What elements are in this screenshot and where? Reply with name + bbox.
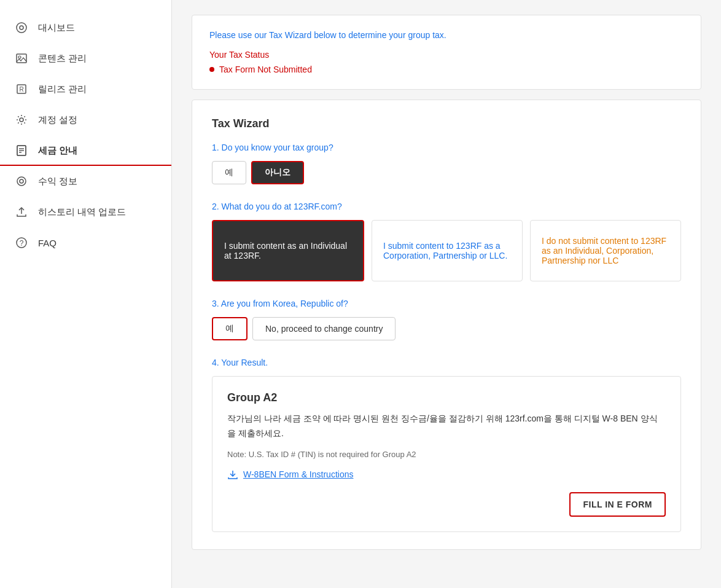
group-desc: 작가님의 나라 세금 조약 에 따라 명시된 원천 징수금/율을 절감하기 위해… [227, 412, 666, 441]
sidebar-label-tax: 세금 안내 [38, 145, 77, 157]
wizard-q4-label: 4. Your Result. [212, 358, 681, 367]
tax-status-card: Please use our Tax Wizard below to deter… [192, 15, 701, 90]
sidebar-item-revenue[interactable]: 수익 정보 [0, 166, 171, 197]
group-title: Group A2 [227, 391, 666, 404]
svg-point-1 [20, 26, 23, 29]
revenue-icon [15, 174, 28, 188]
result-box: Group A2 작가님의 나라 세금 조약 에 따라 명시된 원천 징수금/율… [212, 376, 681, 532]
fill-form-button[interactable]: FILL IN E FORM [569, 492, 666, 517]
gear-icon [15, 113, 28, 127]
your-tax-status-label: Your Tax Status [209, 50, 684, 60]
sidebar-label-content: 콘텐츠 관리 [38, 53, 87, 65]
sidebar-label-faq: FAQ [38, 238, 57, 248]
download-icon [227, 469, 238, 480]
tax-status-value: Tax Form Not Submitted [219, 65, 312, 74]
bullet-dot [209, 67, 214, 72]
q3-yes-button[interactable]: 예 [212, 317, 247, 340]
sidebar-label-revenue: 수익 정보 [38, 176, 77, 187]
note-text: Note: U.S. Tax ID # (TIN) is not require… [227, 450, 666, 459]
sidebar-item-faq[interactable]: ? FAQ [0, 227, 171, 258]
sidebar: 대시보드 콘텐츠 관리 R 릴리즈 관리 계정 설정 [0, 0, 172, 588]
svg-point-11 [17, 177, 26, 186]
svg-text:R: R [19, 86, 23, 93]
wizard-q2-options: I submit content as an Individual at 123… [212, 220, 681, 281]
faq-icon: ? [15, 236, 28, 249]
sidebar-label-history: 히스토리 내역 업로드 [38, 206, 126, 218]
main-content: Please use our Tax Wizard below to deter… [172, 0, 721, 588]
svg-point-12 [20, 179, 23, 183]
wizard-q1-options: 예 아니오 [212, 161, 681, 184]
wizard-q3-options: 예 No, proceed to change country [212, 317, 681, 340]
release-icon: R [15, 82, 28, 96]
q2-neither-label: I do not submit content to 123RF as an I… [542, 236, 669, 265]
svg-rect-2 [17, 54, 26, 63]
svg-point-6 [20, 118, 23, 122]
content-icon [15, 52, 28, 65]
svg-point-0 [17, 23, 26, 33]
tax-icon [15, 144, 28, 157]
q2-individual-card[interactable]: I submit content as an Individual at 123… [212, 220, 364, 281]
q1-yes-button[interactable]: 예 [212, 161, 246, 184]
wizard-q1-label: 1. Do you know your tax group? [212, 143, 681, 152]
q2-corporation-label: I submit content to 123RF as a Corporati… [383, 241, 511, 261]
wizard-title: Tax Wizard [212, 117, 681, 130]
q3-no-button[interactable]: No, proceed to change country [252, 317, 396, 340]
wizard-q3-label: 3. Are you from Korea, Republic of? [212, 299, 681, 308]
q1-no-button[interactable]: 아니오 [251, 161, 304, 184]
wizard-q2-label: 2. What do you do at 123RF.com? [212, 202, 681, 211]
q2-individual-label: I submit content as an Individual at 123… [224, 241, 352, 261]
download-link[interactable]: W-8BEN Form & Instructions [227, 469, 666, 480]
svg-point-3 [18, 56, 21, 58]
sidebar-item-release[interactable]: R 릴리즈 관리 [0, 74, 171, 104]
sidebar-label-settings: 계정 설정 [38, 114, 77, 126]
sidebar-label-release: 릴리즈 관리 [38, 84, 87, 95]
download-label: W-8BEN Form & Instructions [243, 469, 353, 479]
q2-neither-card[interactable]: I do not submit content to 123RF as an I… [530, 220, 681, 281]
tax-status-intro: Please use our Tax Wizard below to deter… [209, 30, 684, 40]
content-area: Please use our Tax Wizard below to deter… [172, 0, 721, 565]
dashboard-icon [15, 21, 28, 34]
sidebar-label-dashboard: 대시보드 [38, 22, 75, 34]
sidebar-item-dashboard[interactable]: 대시보드 [0, 12, 171, 43]
sidebar-item-settings[interactable]: 계정 설정 [0, 104, 171, 135]
q2-corporation-card[interactable]: I submit content to 123RF as a Corporati… [372, 220, 523, 281]
sidebar-item-content[interactable]: 콘텐츠 관리 [0, 43, 171, 74]
sidebar-item-tax[interactable]: 세금 안내 [0, 135, 171, 166]
tax-wizard-card: Tax Wizard 1. Do you know your tax group… [192, 100, 701, 550]
svg-text:?: ? [20, 239, 24, 248]
sidebar-item-history[interactable]: 히스토리 내역 업로드 [0, 197, 171, 227]
upload-icon [15, 205, 28, 219]
tax-status-bullet: Tax Form Not Submitted [209, 65, 684, 74]
